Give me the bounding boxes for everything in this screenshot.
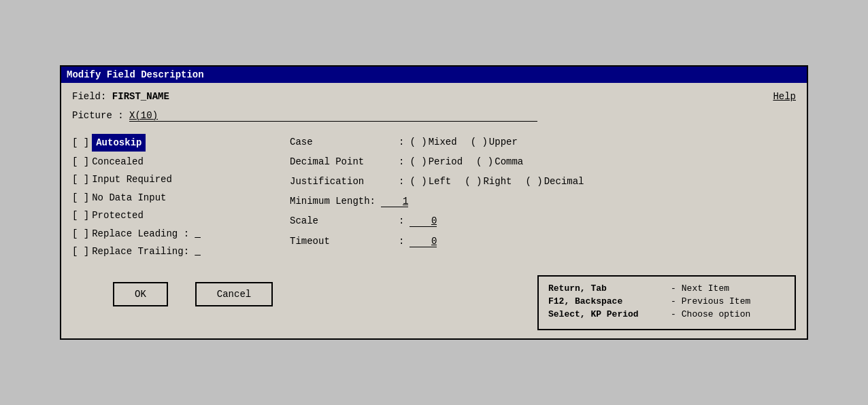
hint-row-2: F12, Backspace - Previous Item bbox=[548, 296, 785, 306]
window-content: Help Field: FIRST_NAME Picture : [ ] Aut… bbox=[61, 83, 807, 339]
cancel-button[interactable]: Cancel bbox=[195, 282, 273, 306]
minimum-length-input[interactable] bbox=[381, 196, 408, 207]
bottom-section: OK Cancel Return, Tab - Next Item F12, B… bbox=[72, 275, 796, 330]
hint-key-2: F12, Backspace bbox=[548, 296, 671, 306]
justification-label: Justification bbox=[290, 173, 399, 190]
justification-right-option[interactable]: ( ) Right bbox=[465, 173, 512, 190]
hint-key-1: Return, Tab bbox=[548, 283, 671, 294]
decimal-point-radio-group: ( ) Period ( ) Comma bbox=[410, 154, 534, 171]
case-upper-radio: ( ) bbox=[471, 134, 488, 151]
case-mixed-option[interactable]: ( ) Mixed bbox=[410, 134, 456, 151]
title-bar: Modify Field Description bbox=[61, 67, 807, 83]
decimal-period-option[interactable]: ( ) Period bbox=[410, 154, 463, 171]
case-radio-group: ( ) Mixed ( ) Upper bbox=[410, 134, 528, 151]
checkbox-no-data-input[interactable]: [ ] No Data Input bbox=[72, 190, 290, 205]
case-upper-option[interactable]: ( ) Upper bbox=[471, 134, 518, 151]
justification-radio-group: ( ) Left ( ) Right ( ) Decimal bbox=[410, 173, 595, 190]
timeout-label: Timeout bbox=[290, 233, 399, 250]
timeout-row: Timeout : bbox=[290, 233, 796, 250]
bracket-open: [ ] bbox=[72, 208, 89, 223]
minimum-length-label: Minimum Length: bbox=[290, 193, 375, 210]
justification-decimal-label: Decimal bbox=[544, 173, 584, 190]
replace-leading-label: Replace Leading : _ bbox=[92, 226, 201, 241]
hint-row-1: Return, Tab - Next Item bbox=[548, 283, 785, 294]
decimal-comma-label: Comma bbox=[495, 154, 523, 171]
bracket-open: [ ] bbox=[72, 226, 89, 241]
decimal-comma-option[interactable]: ( ) Comma bbox=[476, 154, 523, 171]
decimal-point-label: Decimal Point bbox=[290, 154, 399, 171]
justification-right-radio: ( ) bbox=[465, 173, 482, 190]
checkbox-replace-trailing[interactable]: [ ] Replace Trailing: _ bbox=[72, 244, 290, 259]
justification-decimal-radio: ( ) bbox=[525, 173, 542, 190]
hint-row-3: Select, KP Period - Choose option bbox=[548, 309, 785, 319]
checkbox-input-required[interactable]: [ ] Input Required bbox=[72, 172, 290, 187]
case-option-row: Case : ( ) Mixed ( ) Upper bbox=[290, 134, 796, 151]
hint-desc-1: Next Item bbox=[682, 283, 729, 294]
hint-desc-2: Previous Item bbox=[682, 296, 750, 306]
protected-label: Protected bbox=[92, 208, 144, 223]
case-mixed-label: Mixed bbox=[429, 134, 457, 151]
dialog-title: Modify Field Description bbox=[67, 69, 204, 80]
justification-left-option[interactable]: ( ) Left bbox=[410, 173, 451, 190]
case-label: Case bbox=[290, 134, 399, 151]
picture-input[interactable] bbox=[129, 110, 537, 122]
checkbox-protected[interactable]: [ ] Protected bbox=[72, 208, 290, 223]
bracket-open: [ ] bbox=[72, 154, 89, 169]
input-required-label: Input Required bbox=[92, 172, 172, 187]
checkbox-concealed[interactable]: [ ] Concealed bbox=[72, 154, 290, 169]
bracket-open: [ ] bbox=[72, 244, 89, 259]
justification-decimal-option[interactable]: ( ) Decimal bbox=[525, 173, 584, 190]
field-label-row: Field: FIRST_NAME bbox=[72, 91, 796, 102]
timeout-input[interactable] bbox=[410, 236, 437, 247]
checkbox-autoskip[interactable]: [ ] Autoskip bbox=[72, 134, 290, 152]
scale-input[interactable] bbox=[410, 215, 437, 227]
checkbox-replace-leading[interactable]: [ ] Replace Leading : _ bbox=[72, 226, 290, 241]
bracket-open: [ ] bbox=[72, 190, 89, 205]
picture-row: Picture : bbox=[72, 110, 796, 122]
case-upper-label: Upper bbox=[489, 134, 518, 151]
buttons-area: OK Cancel bbox=[72, 275, 273, 306]
hint-key-3: Select, KP Period bbox=[548, 309, 671, 319]
help-link[interactable]: Help bbox=[773, 91, 796, 102]
ok-button[interactable]: OK bbox=[113, 282, 168, 306]
field-prefix: Field: bbox=[72, 91, 106, 102]
scale-row: Scale : bbox=[290, 213, 796, 230]
justification-left-radio: ( ) bbox=[410, 173, 427, 190]
justification-option-row: Justification : ( ) Left ( ) Right ( ) bbox=[290, 173, 796, 190]
decimal-point-option-row: Decimal Point : ( ) Period ( ) Comma bbox=[290, 154, 796, 171]
case-mixed-radio: ( ) bbox=[410, 134, 427, 151]
checkbox-column: [ ] Autoskip [ ] Concealed [ ] Input Req… bbox=[72, 134, 290, 262]
decimal-period-radio: ( ) bbox=[410, 154, 427, 171]
minimum-length-row: Minimum Length: bbox=[290, 193, 796, 210]
bracket-open: [ ] bbox=[72, 135, 89, 150]
scale-label: Scale bbox=[290, 213, 399, 230]
decimal-period-label: Period bbox=[429, 154, 463, 171]
modify-field-dialog: Modify Field Description Help Field: FIR… bbox=[60, 65, 808, 340]
keyboard-hints-box: Return, Tab - Next Item F12, Backspace -… bbox=[537, 275, 796, 330]
justification-left-label: Left bbox=[429, 173, 452, 190]
concealed-label: Concealed bbox=[92, 154, 144, 169]
justification-right-label: Right bbox=[483, 173, 512, 190]
no-data-input-label: No Data Input bbox=[92, 190, 166, 205]
main-grid: [ ] Autoskip [ ] Concealed [ ] Input Req… bbox=[72, 134, 796, 262]
bracket-open: [ ] bbox=[72, 172, 89, 187]
replace-trailing-label: Replace Trailing: _ bbox=[92, 244, 201, 259]
options-column: Case : ( ) Mixed ( ) Upper Deci bbox=[290, 134, 796, 262]
decimal-comma-radio: ( ) bbox=[476, 154, 493, 171]
picture-label: Picture : bbox=[72, 110, 124, 121]
field-value: FIRST_NAME bbox=[112, 91, 169, 102]
autoskip-label: Autoskip bbox=[92, 134, 146, 152]
hint-desc-3: Choose option bbox=[682, 309, 750, 319]
